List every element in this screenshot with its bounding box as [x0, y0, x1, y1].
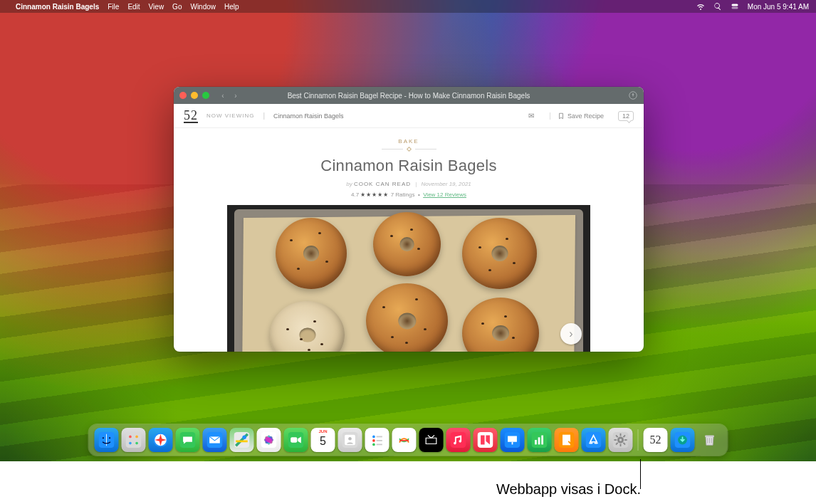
svg-rect-59: [624, 439, 627, 441]
svg-rect-50: [541, 436, 543, 445]
dock-numbers[interactable]: [528, 428, 552, 452]
reviews-link[interactable]: View 12 Reviews: [423, 191, 466, 198]
comment-count-button[interactable]: 12: [618, 111, 634, 121]
title-bar[interactable]: ‹ › Best Cinnamon Raisin Bagel Recipe - …: [174, 87, 644, 104]
dock-downloads[interactable]: [671, 428, 695, 452]
dock-calendar[interactable]: JUN5: [311, 428, 335, 452]
dock-keynote[interactable]: [501, 428, 525, 452]
recipe-title: Cinnamon Raisin Bagels: [174, 157, 644, 175]
svg-rect-46: [512, 442, 513, 445]
breadcrumb-page: Cinnamon Raisin Bagels: [273, 112, 344, 120]
svg-rect-63: [614, 439, 617, 441]
dock-trash[interactable]: [698, 428, 722, 452]
menu-go[interactable]: Go: [172, 3, 182, 11]
dock-music[interactable]: [446, 428, 471, 452]
ratings-row: 4.7 ★★★★★ 7 Ratings • View 12 Reviews: [174, 191, 644, 198]
svg-rect-61: [620, 444, 622, 447]
hero-image: ›: [227, 205, 590, 352]
category-label[interactable]: BAKE: [174, 138, 644, 145]
dock-settings[interactable]: [609, 428, 633, 452]
svg-rect-48: [535, 440, 537, 444]
svg-point-5: [109, 437, 110, 439]
menu-edit[interactable]: Edit: [127, 3, 140, 11]
spotlight-icon[interactable]: [713, 2, 722, 11]
author-link[interactable]: COOK CAN READ: [354, 181, 411, 187]
wifi-icon[interactable]: [696, 2, 705, 11]
dock-news[interactable]: [474, 428, 498, 452]
dock-freeform[interactable]: [392, 428, 417, 452]
svg-point-36: [372, 439, 375, 442]
menu-view[interactable]: View: [149, 3, 164, 11]
control-center-icon[interactable]: [731, 2, 739, 11]
svg-rect-0: [731, 4, 738, 6]
svg-rect-6: [126, 432, 142, 448]
window-close-button[interactable]: [179, 92, 187, 99]
window-minimize-button[interactable]: [191, 92, 198, 99]
svg-point-32: [348, 437, 352, 441]
now-viewing-label: NOW VIEWING: [206, 112, 254, 119]
svg-point-8: [135, 436, 138, 439]
svg-rect-49: [538, 437, 540, 444]
dock-webapp-52[interactable]: 52: [644, 428, 668, 452]
site-logo[interactable]: 52: [184, 109, 198, 123]
dock-maps[interactable]: [230, 428, 254, 452]
svg-point-17: [242, 436, 246, 440]
svg-point-4: [103, 437, 104, 439]
dock-launchpad[interactable]: [122, 428, 146, 452]
svg-rect-57: [620, 434, 622, 436]
svg-rect-29: [291, 437, 297, 442]
star-icons: ★★★★★: [360, 191, 389, 198]
back-button[interactable]: ‹: [218, 90, 228, 100]
dock-facetime[interactable]: [284, 428, 308, 452]
menu-help[interactable]: Help: [224, 3, 239, 11]
svg-rect-42: [451, 432, 466, 448]
svg-rect-45: [508, 436, 517, 442]
menu-file[interactable]: File: [108, 3, 119, 11]
page-content: BAKE Cinnamon Raisin Bagels by COOK CAN …: [174, 128, 644, 352]
webapp-window: ‹ › Best Cinnamon Raisin Bagel Recipe - …: [174, 87, 644, 352]
svg-rect-52: [563, 435, 570, 446]
site-header: 52 NOW VIEWING | Cinnamon Raisin Bagels …: [174, 104, 644, 128]
svg-rect-37: [377, 440, 382, 441]
save-recipe-label: Save Recipe: [567, 112, 604, 120]
menu-window[interactable]: Window: [190, 3, 216, 11]
svg-rect-1: [731, 7, 738, 9]
dock-appstore[interactable]: [582, 428, 606, 452]
menubar-clock[interactable]: Mon Jun 5 9:41 AM: [748, 3, 809, 11]
svg-point-34: [372, 436, 375, 439]
byline: by COOK CAN READ | November 19, 2021: [174, 181, 644, 187]
svg-point-38: [372, 443, 375, 446]
svg-rect-39: [377, 444, 382, 446]
dock-mail[interactable]: [203, 428, 227, 452]
app-menu[interactable]: Cinnamon Raisin Bagels: [16, 3, 99, 11]
save-recipe-button[interactable]: Save Recipe: [550, 112, 604, 120]
share-button[interactable]: [628, 90, 638, 100]
dock-messages[interactable]: [176, 428, 200, 452]
dock-photos[interactable]: [257, 428, 281, 452]
window-title: Best Cinnamon Raisin Bagel Recipe - How …: [174, 92, 644, 100]
next-image-button[interactable]: ›: [560, 323, 582, 345]
dock-pages[interactable]: [555, 428, 579, 452]
dock: JUN552: [89, 424, 728, 456]
menu-bar: Cinnamon Raisin Bagels File Edit View Go…: [0, 0, 816, 13]
dock-contacts[interactable]: [338, 428, 362, 452]
svg-rect-43: [478, 432, 493, 448]
svg-rect-35: [377, 436, 382, 438]
svg-point-7: [129, 436, 132, 439]
dock-safari[interactable]: [149, 428, 173, 452]
svg-point-10: [135, 442, 138, 445]
forward-button[interactable]: ›: [231, 90, 241, 100]
svg-rect-67: [705, 436, 714, 437]
svg-point-56: [619, 439, 622, 441]
window-zoom-button[interactable]: [202, 92, 209, 99]
dock-finder[interactable]: [95, 428, 119, 452]
annotation-text: Webbapp visas i Dock.: [420, 481, 641, 498]
dock-reminders[interactable]: [365, 428, 389, 452]
dock-separator: [638, 429, 639, 451]
svg-point-9: [129, 442, 132, 445]
email-icon[interactable]: ✉: [525, 112, 537, 120]
dock-tv[interactable]: [419, 428, 444, 452]
